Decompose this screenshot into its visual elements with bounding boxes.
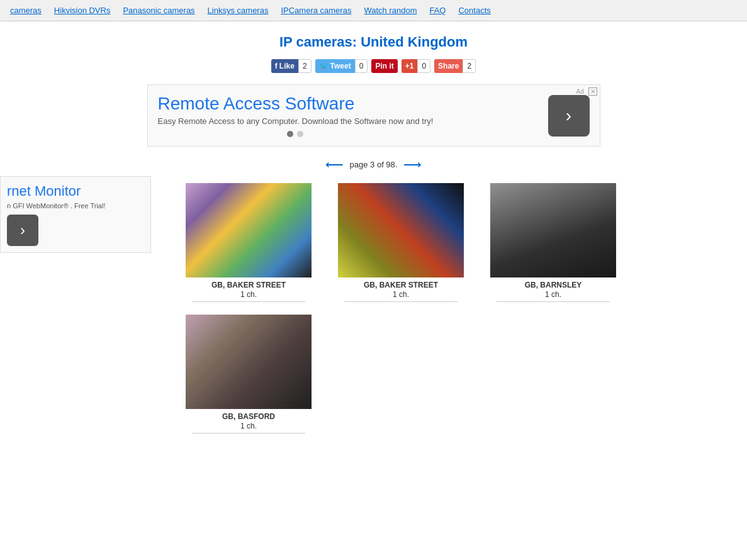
camera-channels-2: 1 ch. [481,290,626,299]
left-ad-title: rnet Monitor [7,183,144,199]
camera-divider-0 [192,301,305,302]
share-label: Share [434,59,463,73]
nav-item-panasonic[interactable]: Panasonic cameras [116,6,201,15]
camera-thumb-0 [186,183,312,277]
camera-channels-1: 1 ch. [329,290,473,299]
left-ad-description: n GFI WebMonitor® . Free Trial! [7,202,144,210]
left-ad-button[interactable]: › [7,215,38,246]
facebook-like-label: fLike [271,59,298,73]
pinterest-pin-button[interactable]: Pin it [371,59,397,73]
facebook-like-count: 2 [298,59,312,73]
twitter-tweet-button[interactable]: 🐦Tweet 0 [315,59,368,73]
ad-dot-1[interactable] [287,131,293,137]
googleplus-button[interactable]: +1 0 [402,59,430,73]
nav-item-contacts[interactable]: Contacts [452,6,497,15]
next-page-button[interactable]: ⟶ [403,157,422,172]
social-bar: fLike 2 🐦Tweet 0 Pin it +1 0 Share 2 [6,59,741,73]
googleplus-label: +1 [402,59,418,73]
camera-channels-3: 1 ch. [176,422,321,430]
camera-thumb-1 [338,183,464,277]
camera-channels-0: 1 ch. [176,290,321,299]
ad-label: Ad [576,88,583,95]
share-count: 2 [463,59,476,73]
nav-item-faq[interactable]: FAQ [423,6,452,15]
camera-image-2 [490,183,616,277]
prev-page-button[interactable]: ⟵ [325,157,344,172]
camera-card-1[interactable]: GB, BAKER STREET1 ch. [329,183,473,302]
ad-close-area: Ad ✕ [576,87,597,96]
camera-divider-1 [344,301,458,302]
ad-title: Remote Access Software [158,94,434,114]
camera-grid: GB, BAKER STREET1 ch.GB, BAKER STREET1 c… [176,183,741,446]
nav-item-cameras[interactable]: cameras [4,6,48,15]
navigation: cameras Hikvision DVRs Panasonic cameras… [0,0,747,21]
camera-image-3 [186,315,312,409]
ad-next-button[interactable]: › [548,95,590,137]
twitter-tweet-label: 🐦Tweet [315,59,355,73]
left-ad-banner: rnet Monitor n GFI WebMonitor® . Free Tr… [0,176,151,253]
camera-location-2: GB, BARNSLEY [481,281,626,289]
ad-next-arrow-icon: › [566,106,571,126]
ad-dot-2[interactable] [297,131,303,137]
ad-close-button[interactable]: ✕ [588,87,597,96]
nav-item-hikvision[interactable]: Hikvision DVRs [48,6,117,15]
pagination: ⟵ page 3 of 98. ⟶ [6,157,741,172]
ad-dots [158,131,434,137]
ad-description: Easy Remote Access to any Computer. Down… [158,116,434,126]
pagination-text: page 3 of 98. [350,160,398,169]
camera-card-2[interactable]: GB, BARNSLEY1 ch. [481,183,626,302]
twitter-tweet-count: 0 [355,59,368,73]
nav-item-ipcamera[interactable]: IPCamera cameras [274,6,357,15]
camera-divider-2 [497,301,610,302]
ad-banner: Ad ✕ Remote Access Software Easy Remote … [147,84,600,147]
page-title: IP cameras: United Kingdom [6,34,741,50]
ad-text-block: Remote Access Software Easy Remote Acces… [158,94,434,137]
camera-location-0: GB, BAKER STREET [176,281,321,289]
camera-image-0 [186,183,312,277]
camera-location-3: GB, BASFORD [176,412,321,421]
share-button[interactable]: Share 2 [434,59,476,73]
camera-thumb-2 [490,183,616,277]
camera-image-1 [338,183,464,277]
pinterest-pin-label: Pin it [371,59,397,73]
camera-location-1: GB, BAKER STREET [329,281,473,289]
nav-item-linksys[interactable]: Linksys cameras [201,6,275,15]
left-ad-arrow-icon: › [20,221,25,239]
facebook-like-button[interactable]: fLike 2 [271,59,312,73]
camera-divider-3 [192,433,305,434]
googleplus-count: 0 [417,59,430,73]
camera-card-0[interactable]: GB, BAKER STREET1 ch. [176,183,321,302]
nav-item-watch-random[interactable]: Watch random [357,6,423,15]
camera-thumb-3 [186,315,312,409]
camera-card-3[interactable]: GB, BASFORD1 ch. [176,315,321,434]
